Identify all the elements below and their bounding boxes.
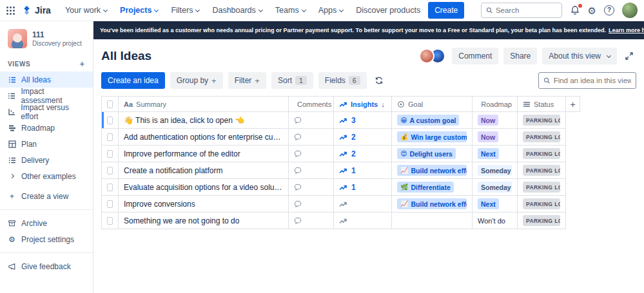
goal-cell[interactable]: 💰Win large customers bbox=[392, 129, 473, 146]
goal-cell[interactable]: 📈Build network effects bbox=[392, 162, 473, 179]
status-select[interactable]: PARKING LOT bbox=[523, 215, 560, 226]
row-checkbox[interactable] bbox=[107, 150, 113, 158]
table-row[interactable]: Something we are not going to do Won't d… bbox=[102, 213, 580, 229]
create-idea-button[interactable]: Create an idea bbox=[101, 72, 165, 89]
idea-summary[interactable]: Add authentication options for enterpris… bbox=[124, 133, 283, 142]
about-view-button[interactable]: About this view bbox=[542, 48, 617, 64]
insights-cell[interactable]: 3 bbox=[334, 112, 392, 129]
jira-logo[interactable]: Jira bbox=[21, 5, 51, 16]
sidebar-item-archive[interactable]: Archive bbox=[0, 215, 93, 231]
comments-cell[interactable] bbox=[289, 162, 334, 179]
global-search-input[interactable] bbox=[496, 6, 557, 14]
sidebar-item-delivery[interactable]: Delivery bbox=[0, 152, 93, 168]
table-row[interactable]: Create a notification platform 1 📈Build … bbox=[102, 162, 580, 179]
comment-button[interactable]: Comment bbox=[452, 48, 498, 64]
nav-teams[interactable]: Teams bbox=[270, 0, 311, 21]
roadmap-cell[interactable]: Someday bbox=[473, 162, 518, 179]
nav-projects[interactable]: Projects bbox=[115, 0, 163, 21]
goal-cell[interactable]: 😍Delight users bbox=[392, 146, 473, 162]
settings-icon[interactable]: ⚙ bbox=[588, 6, 596, 15]
table-row[interactable]: Improve conversions 📈Build network effec… bbox=[102, 196, 580, 213]
create-button[interactable]: Create bbox=[428, 2, 464, 19]
status-select[interactable]: PARKING LOT bbox=[523, 182, 560, 193]
create-a-view-button[interactable]: + Create a view bbox=[0, 188, 93, 204]
row-checkbox[interactable] bbox=[107, 167, 113, 175]
insights-cell[interactable]: 1 bbox=[334, 162, 392, 179]
nav-apps[interactable]: Apps bbox=[313, 0, 349, 21]
nav-filters[interactable]: Filters bbox=[166, 0, 204, 21]
goal-cell[interactable]: 📈Build network effects bbox=[392, 196, 473, 213]
idea-summary[interactable]: Evaluate acquisition options for a video… bbox=[124, 183, 283, 192]
roadmap-cell[interactable]: Won't do bbox=[473, 213, 518, 229]
find-idea-input[interactable] bbox=[554, 77, 631, 84]
sort-button[interactable]: Sort1 bbox=[271, 72, 313, 89]
fullscreen-icon[interactable] bbox=[622, 49, 636, 63]
sidebar-item-roadmap[interactable]: Roadmap bbox=[0, 120, 93, 136]
sidebar-item-impact-versus-effort[interactable]: Impact versus effort bbox=[0, 104, 93, 120]
table-row[interactable]: Improve performance of the editor 2 😍Del… bbox=[102, 146, 580, 162]
sidebar-item-plan[interactable]: Plan bbox=[0, 136, 93, 152]
goal-cell[interactable]: 🌿Differentiate bbox=[392, 179, 473, 196]
user-avatar[interactable] bbox=[622, 3, 638, 18]
help-icon[interactable]: ? bbox=[604, 5, 614, 15]
sidebar-item-impact-assessment[interactable]: Impact assessment bbox=[0, 88, 93, 104]
select-all-checkbox[interactable] bbox=[107, 100, 113, 108]
status-select[interactable]: PARKING LOT bbox=[523, 115, 560, 126]
column-header-roadmap[interactable]: Roadmap bbox=[473, 97, 518, 112]
share-button[interactable]: Share bbox=[503, 48, 537, 64]
row-checkbox[interactable] bbox=[107, 133, 113, 141]
filter-button[interactable]: Filter+ bbox=[228, 72, 266, 89]
comments-cell[interactable] bbox=[289, 213, 334, 229]
project-header[interactable]: 111 Discovery project bbox=[0, 28, 93, 55]
insights-cell[interactable]: 1 bbox=[334, 179, 392, 196]
comments-cell[interactable] bbox=[289, 179, 334, 196]
sync-icon[interactable] bbox=[373, 75, 385, 86]
row-checkbox[interactable] bbox=[107, 217, 113, 225]
goal-cell[interactable]: 😀A custom goal bbox=[392, 112, 473, 129]
table-row[interactable]: Add authentication options for enterpris… bbox=[102, 129, 580, 146]
column-header-comments[interactable]: Comments bbox=[289, 97, 334, 112]
group-by-button[interactable]: Group by+ bbox=[170, 72, 223, 89]
comments-cell[interactable] bbox=[289, 129, 334, 146]
sidebar-item-give-feedback[interactable]: Give feedback bbox=[0, 258, 93, 274]
insights-cell[interactable]: 2 bbox=[334, 129, 392, 146]
idea-summary[interactable]: Something we are not going to do bbox=[124, 216, 239, 225]
table-row[interactable]: Evaluate acquisition options for a video… bbox=[102, 179, 580, 196]
comments-cell[interactable] bbox=[289, 112, 334, 129]
row-checkbox[interactable] bbox=[107, 200, 113, 208]
column-header-status[interactable]: Status bbox=[518, 97, 566, 112]
sidebar-item-project-settings[interactable]: ⚙ Project settings bbox=[0, 231, 93, 247]
roadmap-cell[interactable]: Next bbox=[473, 196, 518, 213]
roadmap-cell[interactable]: Next bbox=[473, 146, 518, 162]
insights-cell[interactable]: 2 bbox=[334, 146, 392, 162]
sidebar-item-other-examples[interactable]: Other examples bbox=[0, 168, 93, 184]
idea-summary[interactable]: Create a notification platform bbox=[124, 166, 222, 175]
column-header-goal[interactable]: Goal bbox=[392, 97, 473, 112]
goal-cell[interactable] bbox=[392, 213, 473, 229]
add-column-button[interactable]: + bbox=[566, 97, 580, 112]
column-header-summary[interactable]: Aa Summary bbox=[119, 97, 289, 112]
learn-more-link[interactable]: Learn more here bbox=[609, 27, 644, 33]
insights-cell[interactable] bbox=[334, 196, 392, 213]
app-switcher-icon[interactable] bbox=[6, 6, 15, 15]
status-select[interactable]: PARKING LOT bbox=[523, 165, 560, 176]
column-header-insights[interactable]: Insights ↓ bbox=[334, 97, 392, 112]
status-select[interactable]: PARKING LOT bbox=[523, 148, 560, 159]
insights-cell[interactable] bbox=[334, 213, 392, 229]
nav-discover-products[interactable]: Discover products bbox=[351, 0, 425, 21]
roadmap-cell[interactable]: Now bbox=[473, 129, 518, 146]
sidebar-item-all-ideas[interactable]: All Ideas bbox=[0, 71, 93, 88]
table-row[interactable]: 👋 This is an idea, click to open 👈 3 😀A … bbox=[102, 112, 580, 129]
nav-dashboards[interactable]: Dashboards bbox=[207, 0, 267, 21]
nav-your-work[interactable]: Your work bbox=[60, 0, 112, 21]
row-checkbox[interactable] bbox=[107, 117, 113, 124]
status-select[interactable]: PARKING LOT bbox=[523, 131, 560, 142]
idea-summary[interactable]: Improve conversions bbox=[124, 200, 195, 209]
fields-button[interactable]: Fields6 bbox=[318, 72, 367, 89]
comments-cell[interactable] bbox=[289, 146, 334, 162]
add-view-icon[interactable]: + bbox=[79, 59, 85, 69]
row-checkbox[interactable] bbox=[107, 184, 113, 191]
status-select[interactable]: PARKING LOT bbox=[523, 198, 560, 209]
find-idea-box[interactable] bbox=[538, 72, 636, 89]
roadmap-cell[interactable]: Someday bbox=[473, 179, 518, 196]
